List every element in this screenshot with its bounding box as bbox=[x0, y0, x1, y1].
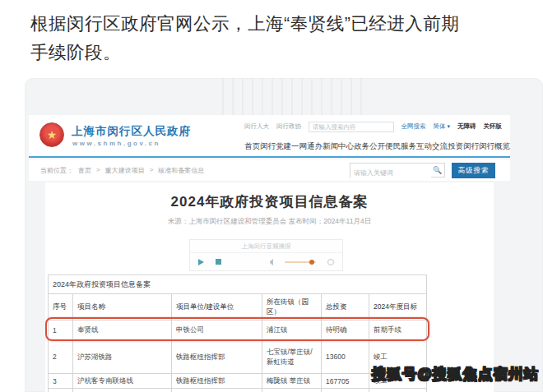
audio-player-label: 上海闵行音频播报 bbox=[190, 240, 342, 253]
article-meta: 来源：上海市闵行区建设和管理委员会 发布时间：2024年11月4日 bbox=[45, 217, 494, 227]
volume-slider[interactable] bbox=[285, 261, 316, 263]
nav-item-services[interactable]: 一网通办 bbox=[291, 141, 323, 152]
cell-town: 七宝镇/莘庄镇/新虹街道 bbox=[262, 340, 322, 374]
site-url: www.shmh.gov.cn bbox=[72, 140, 160, 147]
care-mode-link[interactable]: 关怀版 bbox=[484, 122, 503, 131]
breadcrumb-separator: > bbox=[96, 166, 100, 175]
nav-item-invest[interactable]: 投资闵行 bbox=[448, 141, 479, 152]
stripes-decoration bbox=[222, 78, 370, 116]
breadcrumb: 当前位置： 首页 > 重大建设项目 > 核准和备案信息 bbox=[40, 166, 204, 175]
main-nav: 首页 闵行党建 一网通办 新闻中心 政务公开 便民服务 互动交流 投资闵行 闵行… bbox=[244, 141, 502, 152]
nav-item-news[interactable]: 新闻中心 bbox=[323, 141, 354, 152]
breadcrumb-current: 核准和备案信息 bbox=[158, 166, 204, 175]
search-icon[interactable]: 🔍 bbox=[433, 166, 442, 175]
col-name: 项目名称 bbox=[73, 294, 172, 321]
cell-unit: 申铁公司 bbox=[172, 321, 262, 340]
watermark: 搜狐号@搜狐焦点宿州站 bbox=[372, 364, 539, 384]
cell-investment: 待明确 bbox=[322, 321, 369, 340]
nav-item-party[interactable]: 闵行党建 bbox=[260, 141, 291, 152]
audio-player: 上海闵行音频播报 bbox=[189, 239, 343, 271]
table-row-fengxian-line: 1 奉贤线 申铁公司 浦江镇 待明确 前期手续 bbox=[49, 321, 427, 340]
audio-player-controls bbox=[190, 253, 342, 270]
nav-item-disclosure[interactable]: 政务公开 bbox=[354, 141, 385, 152]
breadcrumb-separator: > bbox=[150, 166, 154, 175]
col-investment: 总投资 bbox=[322, 294, 369, 321]
gov-site-screenshot: ★ 上海市闵行区人民政府 www.shmh.gov.cn 闵行人大 闵行政协 全… bbox=[25, 78, 543, 392]
table-row: 3 沪杭客专南联络线 铁路枢纽指挥部 梅陇镇 莘庄镇 167705 竣工 bbox=[49, 374, 427, 389]
play-icon[interactable] bbox=[198, 259, 204, 265]
stop-icon[interactable] bbox=[216, 259, 221, 265]
chevron-down-icon: ▾ bbox=[446, 123, 450, 129]
breadcrumb-home[interactable]: 首页 bbox=[78, 166, 91, 175]
header-quick-links: 闵行人大 闵行政协 全网搜索 简体 ▾ 无障碍 关怀版 bbox=[244, 120, 502, 133]
col-no: 序号 bbox=[49, 294, 73, 321]
table-header-row: 序号 项目名称 项目单位/建设单位 所在街镇（园区） 总投资 2024年度目标 bbox=[49, 294, 427, 321]
nav-item-home[interactable]: 首页 bbox=[244, 141, 260, 152]
gov-site-header: ★ 上海市闵行区人民政府 www.shmh.gov.cn 闵行人大 闵行政协 全… bbox=[29, 115, 510, 158]
breadcrumb-projects[interactable]: 重大建设项目 bbox=[105, 166, 145, 175]
settings-icon[interactable] bbox=[327, 259, 334, 265]
caption-line: 根据闵行区政府官网公示，上海“奉贤线”已经进入前期 bbox=[30, 10, 516, 39]
national-emblem-icon: ★ bbox=[39, 122, 64, 147]
nav-item-interaction[interactable]: 互动交流 bbox=[416, 141, 448, 152]
cell-name: 沪杭客专南联络线 bbox=[73, 374, 172, 389]
nav-item-convenience[interactable]: 便民服务 bbox=[385, 141, 416, 152]
cell-no: 1 bbox=[49, 321, 73, 340]
keyword-search-input[interactable] bbox=[350, 167, 431, 180]
col-unit: 项目单位/建设单位 bbox=[172, 294, 262, 321]
link-renda[interactable]: 闵行人大 bbox=[244, 122, 269, 131]
site-title: 上海市闵行区人民政府 bbox=[72, 124, 191, 139]
accessibility-link[interactable]: 无障碍 bbox=[457, 122, 476, 131]
projects-table: 2024年政府投资项目信息备案 序号 项目名称 项目单位/建设单位 所在街镇（园… bbox=[48, 274, 427, 392]
nav-item-overview[interactable]: 闵行概览 bbox=[479, 141, 510, 152]
article-caption: 根据闵行区政府官网公示，上海“奉贤线”已经进入前期 手续阶段。 bbox=[30, 10, 516, 67]
table-title: 2024年政府投资项目信息备案 bbox=[49, 275, 427, 294]
volume-slider-handle[interactable] bbox=[309, 260, 314, 265]
site-search-button[interactable]: 全网搜索 bbox=[401, 122, 426, 131]
breadcrumb-label: 当前位置： bbox=[40, 166, 73, 175]
table-row-partial bbox=[49, 389, 427, 392]
cell-name: 奉贤线 bbox=[73, 321, 172, 340]
article-content-panel: 2024年政府投资项目信息备案 来源：上海市闵行区建设和管理委员会 发布时间：2… bbox=[45, 182, 494, 392]
cell-no: 3 bbox=[49, 374, 73, 389]
breadcrumb-bar: 当前位置： 首页 > 重大建设项目 > 核准和备案信息 🔍 高级搜索 bbox=[29, 159, 510, 181]
keyword-search-box: 🔍 bbox=[350, 163, 445, 178]
cell-town: 梅陇镇 莘庄镇 bbox=[262, 374, 322, 389]
table-row: 2 沪苏湖铁路 铁路枢纽指挥部 七宝镇/莘庄镇/新虹街道 13600 竣工 bbox=[49, 340, 427, 374]
speaker-icon bbox=[268, 259, 273, 265]
cell-unit: 铁路枢纽指挥部 bbox=[172, 374, 262, 389]
col-town: 所在街镇（园区） bbox=[262, 294, 322, 321]
lang-select[interactable]: 简体 ▾ bbox=[434, 122, 450, 131]
site-search-input[interactable] bbox=[309, 122, 394, 132]
advanced-search-button[interactable]: 高级搜索 bbox=[452, 163, 495, 178]
cell-target: 前期手续 bbox=[369, 321, 427, 340]
cell-investment: 13600 bbox=[322, 340, 369, 374]
cell-investment: 167705 bbox=[322, 374, 369, 389]
cell-unit: 铁路枢纽指挥部 bbox=[172, 340, 262, 374]
article-image: 根据闵行区政府官网公示，上海“奉贤线”已经进入前期 手续阶段。 ★ 上海市闵行区… bbox=[0, 0, 543, 392]
cell-town: 浦江镇 bbox=[262, 321, 322, 340]
cell-name: 沪苏湖铁路 bbox=[73, 340, 172, 374]
link-zhengxie[interactable]: 闵行政协 bbox=[276, 122, 301, 131]
caption-line: 手续阶段。 bbox=[30, 39, 516, 67]
page-title: 2024年政府投资项目信息备案 bbox=[45, 192, 494, 211]
col-target: 2024年度目标 bbox=[369, 294, 427, 321]
cell-no: 2 bbox=[49, 340, 73, 374]
